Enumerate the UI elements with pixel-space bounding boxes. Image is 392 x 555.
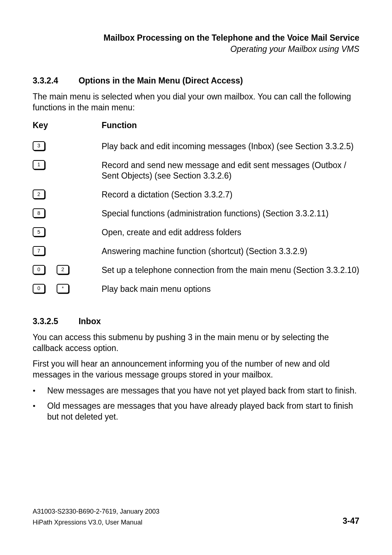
table-row: 7 Answering machine function (shortcut) … <box>33 246 359 257</box>
keycap-icon: 2 <box>57 265 69 274</box>
chapter-subtitle: Operating your Mailbox using VMS <box>33 44 359 54</box>
table-row: 2 Record a dictation (Section 3.3.2.7) <box>33 189 359 200</box>
keycap-icon: 2 <box>33 189 45 199</box>
key-cell: 2 <box>33 189 102 199</box>
section-heading: 3.3.2.5 Inbox <box>33 317 359 326</box>
function-cell: Record a dictation (Section 3.3.2.7) <box>102 189 359 200</box>
table-row: 0 2 Set up a telephone connection from t… <box>33 265 359 276</box>
document-page: Mailbox Processing on the Telephone and … <box>0 0 392 555</box>
key-cell: 0 2 <box>33 265 102 274</box>
column-header-key: Key <box>33 121 102 130</box>
keycap-icon: 1 <box>33 160 45 170</box>
keycap-icon: * <box>57 284 69 293</box>
key-cell: 7 <box>33 246 102 256</box>
table-row: 1 Record and send new message and edit s… <box>33 160 359 182</box>
key-function-table: Key Function 3 Play back and edit incomi… <box>33 121 359 295</box>
keycap-icon: 5 <box>33 227 45 237</box>
footer-product: HiPath Xpressions V3.0, User Manual <box>33 518 343 527</box>
page-footer: A31003-S2330-B690-2-7619, January 2003 H… <box>33 507 359 527</box>
function-cell: Play back and edit incoming messages (In… <box>102 141 359 152</box>
key-cell: 3 <box>33 141 102 151</box>
keycap-icon: 0 <box>33 265 45 274</box>
section-number: 3.3.2.5 <box>33 317 76 326</box>
table-header: Key Function <box>33 121 359 130</box>
column-header-function: Function <box>102 121 359 130</box>
key-cell: 8 <box>33 208 102 218</box>
function-cell: Play back main menu options <box>102 284 359 295</box>
chapter-title: Mailbox Processing on the Telephone and … <box>33 33 359 44</box>
table-row: 3 Play back and edit incoming messages (… <box>33 141 359 152</box>
paragraph: You can access this submenu by pushing 3… <box>33 332 359 354</box>
keycap-icon: 8 <box>33 208 45 218</box>
section-3-3-2-4: 3.3.2.4 Options in the Main Menu (Direct… <box>33 76 359 295</box>
section-title: Options in the Main Menu (Direct Access) <box>78 76 243 85</box>
keycap-icon: 3 <box>33 141 45 151</box>
key-cell: 0 * <box>33 284 102 293</box>
keycap-icon: 0 <box>33 284 45 293</box>
section-heading: 3.3.2.4 Options in the Main Menu (Direct… <box>33 76 359 86</box>
section-3-3-2-5: 3.3.2.5 Inbox You can access this submen… <box>33 317 359 423</box>
function-cell: Special functions (administration functi… <box>102 208 359 219</box>
function-cell: Record and send new message and edit sen… <box>102 160 359 182</box>
keycap-icon: 7 <box>33 246 45 256</box>
key-cell: 5 <box>33 227 102 237</box>
function-cell: Open, create and edit address folders <box>102 227 359 238</box>
paragraph: First you will hear an announcement info… <box>33 359 359 380</box>
page-number: 3-47 <box>343 516 359 527</box>
table-row: 5 Open, create and edit address folders <box>33 227 359 238</box>
section-title: Inbox <box>78 317 101 326</box>
list-item: New messages are messages that you have … <box>33 385 359 396</box>
list-item: Old messages are messages that you have … <box>33 401 359 423</box>
bullet-list: New messages are messages that you have … <box>33 385 359 423</box>
function-cell: Answering machine function (shortcut) (S… <box>102 246 359 257</box>
table-row: 0 * Play back main menu options <box>33 284 359 295</box>
section-number: 3.3.2.4 <box>33 76 76 86</box>
key-cell: 1 <box>33 160 102 170</box>
section-intro: The main menu is selected when you dial … <box>33 91 359 113</box>
table-row: 8 Special functions (administration func… <box>33 208 359 219</box>
footer-doc-id: A31003-S2330-B690-2-7619, January 2003 <box>33 507 359 516</box>
function-cell: Set up a telephone connection from the m… <box>102 265 359 276</box>
